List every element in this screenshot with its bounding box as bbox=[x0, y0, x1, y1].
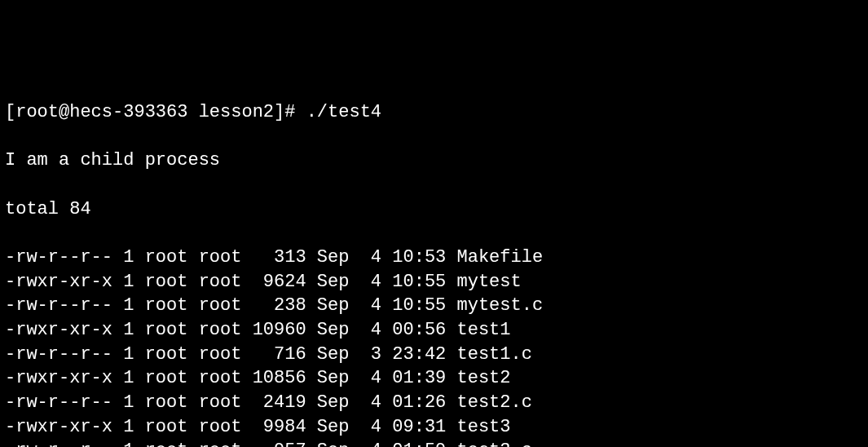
file-row: -rw-r--r-- 1 root root 313 Sep 4 10:53 M… bbox=[5, 246, 863, 270]
file-row: -rwxr-xr-x 1 root root 9624 Sep 4 10:55 … bbox=[5, 270, 863, 294]
file-listing: -rw-r--r-- 1 root root 313 Sep 4 10:53 M… bbox=[5, 246, 863, 447]
file-row: -rwxr-xr-x 1 root root 10960 Sep 4 00:56… bbox=[5, 318, 863, 343]
prompt-line: [root@hecs-393363 lesson2]# ./test4 bbox=[5, 100, 863, 125]
file-row: -rw-r--r-- 1 root root 2419 Sep 4 01:26 … bbox=[5, 391, 863, 415]
file-row: -rwxr-xr-x 1 root root 9984 Sep 4 09:31 … bbox=[5, 415, 863, 440]
file-row: -rw-r--r-- 1 root root 716 Sep 3 23:42 t… bbox=[5, 343, 863, 367]
child-process-msg: I am a child process bbox=[5, 148, 863, 173]
file-row: -rwxr-xr-x 1 root root 10856 Sep 4 01:39… bbox=[5, 366, 863, 391]
file-row: -rw-r--r-- 1 root root 238 Sep 4 10:55 m… bbox=[5, 294, 863, 318]
ls-total-line: total 84 bbox=[5, 197, 863, 222]
file-row: -rw-r--r-- 1 root root 957 Sep 4 01:59 t… bbox=[5, 439, 863, 447]
